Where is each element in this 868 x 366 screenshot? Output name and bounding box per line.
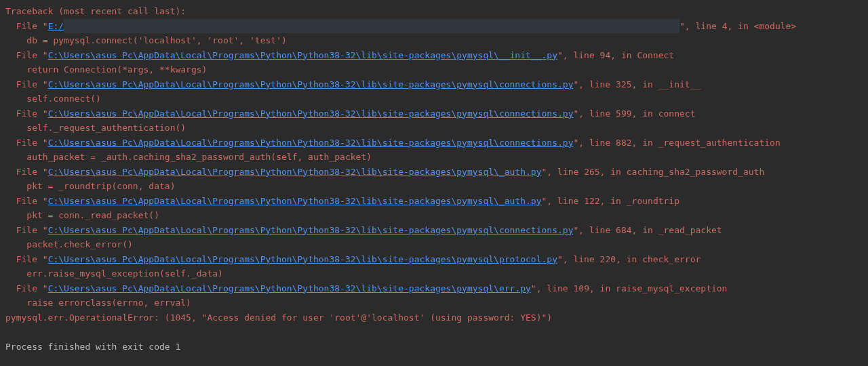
frame-0-suffix: ", line 4, in <module> <box>679 21 796 31</box>
frame-1-path[interactable]: C:\Users\asus Pc\AppData\Local\Programs\… <box>48 50 557 60</box>
frame-7-code: packet.check_error() <box>5 239 133 249</box>
console-output: Traceback (most recent call last): File … <box>0 0 868 362</box>
frame-0-code: db = pymysql.connect('localhost', 'root'… <box>5 35 287 45</box>
frame-4-prefix: File " <box>5 138 48 148</box>
traceback-header: Traceback (most recent call last): <box>5 6 186 16</box>
frame-0-path[interactable]: E:/ <box>48 21 64 31</box>
frame-9-code: raise errorclass(errno, errval) <box>5 298 191 308</box>
exception-line: pymysql.err.OperationalError: (1045, "Ac… <box>5 312 552 323</box>
frame-5-path[interactable]: C:\Users\asus Pc\AppData\Local\Programs\… <box>48 167 542 177</box>
frame-5-prefix: File " <box>5 167 48 177</box>
frame-6-path[interactable]: C:\Users\asus Pc\AppData\Local\Programs\… <box>48 196 542 206</box>
frame-5-suffix: ", line 265, in caching_sha2_password_au… <box>542 167 765 177</box>
frame-8-suffix: ", line 220, in check_error <box>557 254 701 264</box>
frame-7-suffix: ", line 684, in _read_packet <box>573 225 722 235</box>
frame-9-prefix: File " <box>5 283 48 293</box>
frame-2-prefix: File " <box>5 79 48 89</box>
process-exit-line: Process finished with exit code 1 <box>5 342 180 352</box>
frame-5-code: pkt = _roundtrip(conn, data) <box>5 181 175 191</box>
frame-9-path[interactable]: C:\Users\asus Pc\AppData\Local\Programs\… <box>48 283 531 293</box>
frame-2-suffix: ", line 325, in __init__ <box>573 79 701 89</box>
frame-1-suffix: ", line 94, in Connect <box>557 50 674 60</box>
frame-4-suffix: ", line 882, in _request_authentication <box>573 138 780 148</box>
frame-2-code: self.connect() <box>5 94 101 104</box>
frame-1-prefix: File " <box>5 50 48 60</box>
frame-0-prefix: File " <box>5 21 48 31</box>
frame-4-code: auth_packet = _auth.caching_sha2_passwor… <box>5 152 372 162</box>
frame-3-suffix: ", line 599, in connect <box>573 108 695 119</box>
frame-8-path[interactable]: C:\Users\asus Pc\AppData\Local\Programs\… <box>48 254 557 264</box>
redacted-path <box>64 19 679 34</box>
frame-4-path[interactable]: C:\Users\asus Pc\AppData\Local\Programs\… <box>48 138 574 148</box>
frame-3-path[interactable]: C:\Users\asus Pc\AppData\Local\Programs\… <box>48 108 574 119</box>
frame-6-suffix: ", line 122, in _roundtrip <box>542 196 680 206</box>
frame-8-prefix: File " <box>5 254 48 264</box>
frame-7-path[interactable]: C:\Users\asus Pc\AppData\Local\Programs\… <box>48 225 574 235</box>
frame-6-code: pkt = conn._read_packet() <box>5 210 159 220</box>
frame-3-code: self._request_authentication() <box>5 123 186 133</box>
frame-7-prefix: File " <box>5 225 48 235</box>
frame-9-suffix: ", line 109, in raise_mysql_exception <box>531 283 728 293</box>
frame-8-code: err.raise_mysql_exception(self._data) <box>5 268 223 279</box>
frame-6-prefix: File " <box>5 196 48 206</box>
frame-2-path[interactable]: C:\Users\asus Pc\AppData\Local\Programs\… <box>48 79 574 89</box>
frame-3-prefix: File " <box>5 108 48 119</box>
frame-1-code: return Connection(*args, **kwargs) <box>5 64 207 75</box>
